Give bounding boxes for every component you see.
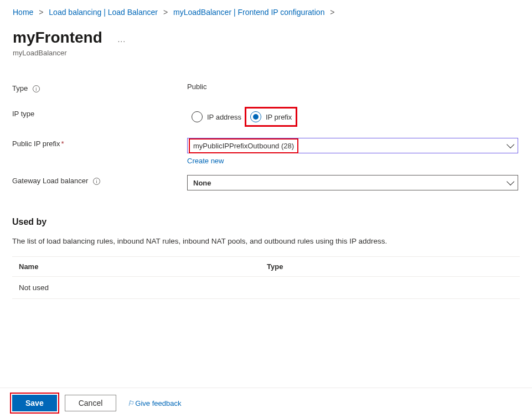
gateway-lb-select[interactable]: None xyxy=(187,175,518,190)
breadcrumb-mylb[interactable]: myLoadBalancer | Frontend IP configurati… xyxy=(173,8,324,17)
save-button[interactable]: Save xyxy=(12,395,57,411)
value-type: Public xyxy=(187,82,532,91)
breadcrumb-lb[interactable]: Load balancing | Load Balancer xyxy=(49,8,158,17)
selected-prefix-value: myPublicIPPrefixOutbound (28) xyxy=(190,140,297,152)
label-gateway-lb: Gateway Load balancer i xyxy=(12,175,187,185)
used-by-heading: Used by xyxy=(0,217,532,227)
label-iptype: IP type xyxy=(12,108,187,118)
col-header-type: Type xyxy=(267,262,513,271)
public-ip-prefix-select[interactable]: myPublicIPPrefixOutbound (28) xyxy=(187,138,518,153)
iptype-radio-group: IP address IP prefix xyxy=(187,108,519,126)
give-feedback-link[interactable]: ⚐ Give feedback xyxy=(127,399,181,407)
cell-name: Not used xyxy=(19,283,267,292)
page-header: myFrontend ··· xyxy=(0,17,532,47)
breadcrumb: Home > Load balancing | Load Balancer > … xyxy=(0,0,532,17)
label-type: Type i xyxy=(12,82,187,92)
radio-circle-icon xyxy=(192,111,203,122)
breadcrumb-sep: > xyxy=(330,8,334,17)
chevron-down-icon xyxy=(507,178,514,185)
used-by-description: The list of load balancing rules, inboun… xyxy=(0,237,532,245)
form: Type i Public IP type IP address IP pref… xyxy=(0,82,532,190)
breadcrumb-sep: > xyxy=(39,8,43,17)
chevron-down-icon xyxy=(507,141,514,148)
row-iptype: IP type IP address IP prefix xyxy=(12,108,532,126)
cancel-button[interactable]: Cancel xyxy=(65,395,117,411)
create-new-link[interactable]: Create new xyxy=(187,157,224,165)
row-gateway-lb: Gateway Load balancer i None xyxy=(12,175,532,190)
radio-ip-address[interactable]: IP address xyxy=(187,108,246,126)
page-title: myFrontend xyxy=(13,29,102,47)
info-icon[interactable]: i xyxy=(33,85,40,92)
row-type: Type i Public xyxy=(12,82,532,92)
label-public-ip-prefix: Public IP prefix* xyxy=(12,138,187,148)
radio-ip-prefix[interactable]: IP prefix xyxy=(246,108,296,126)
more-button[interactable]: ··· xyxy=(117,37,126,45)
used-by-table: Name Type Not used xyxy=(12,256,520,299)
radio-label: IP prefix xyxy=(266,113,292,121)
radio-label: IP address xyxy=(207,113,241,121)
page-subtitle: myLoadBalancer xyxy=(0,47,532,57)
row-public-ip-prefix: Public IP prefix* myPublicIPPrefixOutbou… xyxy=(12,138,532,165)
info-icon[interactable]: i xyxy=(93,178,100,185)
table-header: Name Type xyxy=(12,257,520,277)
col-header-name: Name xyxy=(19,262,267,271)
breadcrumb-sep: > xyxy=(163,8,168,17)
footer-bar: Save Cancel ⚐ Give feedback xyxy=(0,388,532,418)
radio-circle-selected-icon xyxy=(250,111,261,122)
table-row: Not used xyxy=(12,277,520,298)
breadcrumb-home[interactable]: Home xyxy=(13,8,33,17)
save-highlight: Save xyxy=(12,395,57,411)
selected-gateway-value: None xyxy=(193,179,211,187)
cell-type xyxy=(267,283,513,292)
megaphone-icon: ⚐ xyxy=(127,399,134,407)
